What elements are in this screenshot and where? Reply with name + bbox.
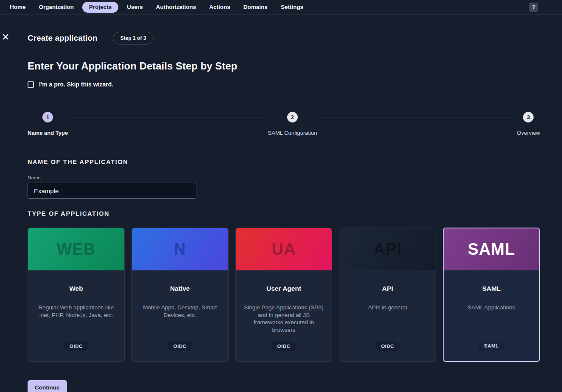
protocol-badge: OIDC [64, 341, 89, 351]
step-number-circle[interactable]: 3 [523, 112, 534, 122]
app-type-description: Mobile Apps, Desktop, Smart Devices, etc… [140, 304, 221, 319]
app-type-card-body: API APIs in general OIDC [339, 270, 436, 361]
app-type-description: APIs in general [368, 304, 407, 311]
app-type-card-api[interactable]: API API APIs in general OIDC [339, 228, 436, 362]
app-type-card-header: WEB [28, 228, 124, 270]
app-type-card-web[interactable]: WEB Web Regular Web applications like .n… [28, 228, 125, 362]
app-type-title: Web [69, 285, 83, 292]
nav-item-domains[interactable]: Domains [239, 2, 272, 13]
app-type-card-native[interactable]: N Native Mobile Apps, Desktop, Smart Dev… [131, 228, 229, 362]
nav-item-home[interactable]: Home [5, 2, 31, 13]
app-type-card-body: Native Mobile Apps, Desktop, Smart Devic… [132, 270, 228, 361]
nav-item-settings[interactable]: Settings [276, 2, 308, 13]
name-section-title: NAME OF THE APPLICATION [28, 158, 540, 165]
wizard-stepper: 1 Name and Type 2 SAML Configuration 3 O… [28, 112, 540, 136]
nav-item-users[interactable]: Users [122, 2, 148, 13]
protocol-badge: OIDC [168, 341, 193, 351]
nav-item-authorizations[interactable]: Authorizations [151, 2, 201, 13]
app-type-title: Native [170, 285, 190, 292]
application-type-cards: WEB Web Regular Web applications like .n… [28, 228, 540, 362]
skip-wizard-row[interactable]: I'm a pro. Skip this wizard. [28, 81, 540, 88]
app-type-title: API [382, 285, 393, 292]
app-type-title: User Agent [266, 285, 301, 292]
step-progress-badge: Step 1 of 3 [113, 32, 154, 44]
step-label: SAML Configuration [268, 130, 317, 136]
app-type-card-saml[interactable]: SAML SAML SAML Applications SAML [443, 228, 540, 362]
continue-button[interactable]: Continue [28, 380, 67, 392]
application-name-input[interactable] [28, 183, 196, 199]
app-type-card-user-agent[interactable]: UA User Agent Single Page Applications (… [235, 228, 333, 362]
app-type-card-body: SAML SAML Applications SAML [444, 270, 539, 361]
wizard-header: Create application Step 1 of 3 [28, 32, 540, 44]
protocol-badge: OIDC [271, 341, 296, 351]
create-application-wizard: Create application Step 1 of 3 Enter You… [0, 32, 562, 392]
help-button[interactable]: ? [529, 3, 538, 12]
stepper-step: 3 Overview [517, 112, 540, 136]
app-type-title: SAML [482, 285, 501, 292]
app-type-description: SAML Applications [468, 304, 515, 311]
app-type-card-body: Web Regular Web applications like .net, … [28, 270, 124, 361]
nav-item-actions[interactable]: Actions [204, 2, 235, 13]
app-type-card-header: API [339, 228, 436, 270]
step-number-circle[interactable]: 2 [287, 112, 298, 122]
app-type-card-body: User Agent Single Page Applications (SPA… [236, 270, 332, 361]
wizard-heading: Enter Your Application Details Step by S… [28, 60, 540, 72]
skip-wizard-label: I'm a pro. Skip this wizard. [39, 81, 113, 88]
step-connector-line [317, 117, 517, 117]
app-type-card-header: SAML [444, 228, 539, 270]
skip-wizard-checkbox[interactable] [28, 81, 34, 88]
protocol-badge: OIDC [375, 341, 400, 351]
step-label: Overview [517, 130, 540, 136]
step-connector-line [68, 117, 268, 117]
app-type-description: Single Page Applications (SPA) and in ge… [243, 304, 324, 334]
close-icon[interactable]: ✕ [2, 33, 9, 42]
top-navigation: HomeOrganizationProjectsUsersAuthorizati… [0, 0, 562, 15]
type-section-title: TYPE OF APPLICATION [28, 210, 540, 217]
step-label: Name and Type [28, 130, 68, 136]
stepper-step: 2 SAML Configuration [268, 112, 317, 136]
nav-items: HomeOrganizationProjectsUsersAuthorizati… [5, 2, 312, 13]
nav-item-projects[interactable]: Projects [82, 2, 118, 13]
name-field-label: Name [28, 175, 540, 180]
page-title: Create application [28, 33, 98, 43]
app-type-card-header: UA [236, 228, 332, 270]
protocol-badge: SAML [478, 341, 505, 351]
nav-item-organization[interactable]: Organization [34, 2, 79, 13]
app-type-card-header: N [132, 228, 228, 270]
app-type-description: Regular Web applications like .net, PHP,… [36, 304, 117, 319]
stepper-step: 1 Name and Type [28, 112, 68, 136]
step-number-circle[interactable]: 1 [42, 112, 53, 122]
